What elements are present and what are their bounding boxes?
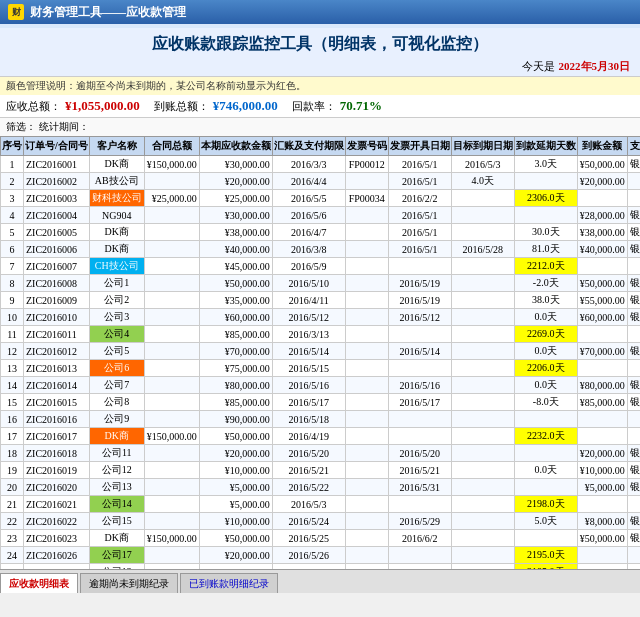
- cell-duedate: [451, 377, 514, 394]
- cell-collected: ¥50,000.00: [577, 275, 627, 292]
- cell-overdue: 2269.0天: [514, 326, 577, 343]
- table-container[interactable]: 序号 订单号/合同号 客户名称 合同总额 本期应收款金额 汇账及支付期限 发票号…: [0, 136, 640, 569]
- cell-invoice: [345, 224, 388, 241]
- table-row[interactable]: 18ZIC2016018公司11¥20,000.002016/5/202016/…: [1, 445, 641, 462]
- cell-invoice: [345, 326, 388, 343]
- table-row[interactable]: 20ZIC2016020公司13¥5,000.002016/5/222016/5…: [1, 479, 641, 496]
- cell-seq: 3: [1, 190, 24, 207]
- tab-0[interactable]: 应收款明细表: [0, 573, 78, 593]
- cell-period: 2016/4/19: [272, 428, 345, 445]
- tab-2[interactable]: 已到账款明细纪录: [180, 573, 278, 593]
- table-row[interactable]: 9ZIC2016009公司2¥35,000.002016/4/112016/5/…: [1, 292, 641, 309]
- table-row[interactable]: 10ZIC2016010公司3¥60,000.002016/5/122016/5…: [1, 309, 641, 326]
- rate-label: 回款率：: [292, 99, 336, 114]
- cell-seq: 19: [1, 462, 24, 479]
- cell-seq: 7: [1, 258, 24, 275]
- cell-collected: [577, 360, 627, 377]
- cell-overdue: 38.0天: [514, 292, 577, 309]
- cell-period: 2016/5/25: [272, 530, 345, 547]
- cell-collected: ¥70,000.00: [577, 343, 627, 360]
- table-row[interactable]: 23ZIC2016023DK商¥150,000.00¥50,000.002016…: [1, 530, 641, 547]
- cell-duedate: [451, 462, 514, 479]
- cell-invoice: [345, 360, 388, 377]
- table-row[interactable]: 21ZIC2016021公司14¥5,000.002016/5/32198.0天…: [1, 496, 641, 513]
- cell-total: ¥150,000.00: [144, 156, 199, 173]
- data-table: 序号 订单号/合同号 客户名称 合同总额 本期应收款金额 汇账及支付期限 发票号…: [0, 136, 640, 569]
- cell-paymethod: 银行汇款: [627, 292, 640, 309]
- cell-seq: 5: [1, 224, 24, 241]
- cell-order: ZIC2016006: [24, 241, 90, 258]
- cell-current: ¥50,000.00: [199, 275, 272, 292]
- table-row[interactable]: 2ZIC2016002AB技公司¥20,000.002016/4/42016/5…: [1, 173, 641, 190]
- cell-seq: 16: [1, 411, 24, 428]
- cell-total: [144, 309, 199, 326]
- cell-order: ZIC2016005: [24, 224, 90, 241]
- table-row[interactable]: 15ZIC2016015公司8¥85,000.002016/5/172016/5…: [1, 394, 641, 411]
- cell-overdue: [514, 207, 577, 224]
- table-row[interactable]: 19ZIC2016019公司12¥10,000.002016/5/212016/…: [1, 462, 641, 479]
- cell-overdue: 2198.0天: [514, 496, 577, 513]
- date-row: 今天是 2022年5月30日: [0, 57, 640, 76]
- table-row[interactable]: 3ZIC2016003财科技公司¥25,000.00¥25,000.002016…: [1, 190, 641, 207]
- table-row[interactable]: 14ZIC2016014公司7¥80,000.002016/5/162016/5…: [1, 377, 641, 394]
- cell-seq: 24: [1, 547, 24, 564]
- collected-value: ¥746,000.00: [213, 98, 278, 114]
- table-row[interactable]: 8ZIC2016008公司1¥50,000.002016/5/102016/5/…: [1, 275, 641, 292]
- cell-seq: 6: [1, 241, 24, 258]
- cell-duedate: [451, 411, 514, 428]
- cell-current: ¥70,000.00: [199, 343, 272, 360]
- table-row[interactable]: 7ZIC2016007CH技公司¥45,000.002016/5/92212.0…: [1, 258, 641, 275]
- cell-customer: DK商: [89, 241, 144, 258]
- cell-duedate: 2016/5/28: [451, 241, 514, 258]
- table-row[interactable]: 24ZIC2016026公司17¥20,000.002016/5/262195.…: [1, 547, 641, 564]
- cell-invoicedate: 2016/5/1: [388, 173, 451, 190]
- cell-collected: ¥20,000.00: [577, 445, 627, 462]
- cell-overdue: 2206.0天: [514, 360, 577, 377]
- cell-customer: DK商: [89, 428, 144, 445]
- table-row[interactable]: 4ZIC2016004NG904¥30,000.002016/5/62016/5…: [1, 207, 641, 224]
- cell-invoicedate: 2016/5/1: [388, 241, 451, 258]
- cell-collected: ¥20,000.00: [577, 173, 627, 190]
- cell-invoicedate: 2016/2/2: [388, 190, 451, 207]
- col-invoice: 发票号码: [345, 137, 388, 156]
- cell-current: ¥10,000.00: [199, 462, 272, 479]
- cell-invoice: [345, 241, 388, 258]
- cell-overdue: 3.0天: [514, 156, 577, 173]
- cell-current: ¥90,000.00: [199, 411, 272, 428]
- cell-invoicedate: 2016/5/20: [388, 445, 451, 462]
- table-row[interactable]: 17ZIC2016017DK商¥150,000.00¥50,000.002016…: [1, 428, 641, 445]
- cell-overdue: 0.0天: [514, 462, 577, 479]
- cell-invoice: [345, 445, 388, 462]
- table-row[interactable]: 5ZIC2016005DK商¥38,000.002016/4/72016/5/1…: [1, 224, 641, 241]
- cell-duedate: [451, 547, 514, 564]
- rate-value: 70.71%: [340, 98, 382, 114]
- cell-seq: 12: [1, 343, 24, 360]
- table-row[interactable]: 1ZIC2016001DK商¥150,000.00¥30,000.002016/…: [1, 156, 641, 173]
- cell-current: ¥45,000.00: [199, 258, 272, 275]
- cell-paymethod: [627, 326, 640, 343]
- table-row[interactable]: 11ZIC2016011公司4¥85,000.002016/3/132269.0…: [1, 326, 641, 343]
- table-row[interactable]: 16ZIC2016016公司9¥90,000.002016/5/1888.89%: [1, 411, 641, 428]
- cell-order: ZIC2016009: [24, 292, 90, 309]
- cell-collected: ¥80,000.00: [577, 377, 627, 394]
- cell-collected: ¥5,000.00: [577, 479, 627, 496]
- table-row[interactable]: 13ZIC2016013公司6¥75,000.002016/5/152206.0…: [1, 360, 641, 377]
- cell-invoice: [345, 275, 388, 292]
- cell-seq: 4: [1, 207, 24, 224]
- cell-duedate: [451, 190, 514, 207]
- cell-total: [144, 377, 199, 394]
- cell-customer: 公司7: [89, 377, 144, 394]
- table-row[interactable]: 22ZIC2016022公司15¥10,000.002016/5/242016/…: [1, 513, 641, 530]
- cell-overdue: 0.0天: [514, 377, 577, 394]
- tab-1[interactable]: 逾期尚未到期纪录: [80, 573, 178, 593]
- table-row[interactable]: 12ZIC2016012公司5¥70,000.002016/5/142016/5…: [1, 343, 641, 360]
- cell-order: ZIC2016026: [24, 547, 90, 564]
- table-row[interactable]: 6ZIC2016006DK商¥40,000.002016/3/82016/5/1…: [1, 241, 641, 258]
- cell-period: 2016/3/13: [272, 326, 345, 343]
- cell-order: ZIC2016011: [24, 326, 90, 343]
- cell-customer: 公司9: [89, 411, 144, 428]
- cell-collected: ¥38,000.00: [577, 224, 627, 241]
- cell-total: [144, 445, 199, 462]
- cell-customer: DK商: [89, 224, 144, 241]
- cell-order: ZIC2016007: [24, 258, 90, 275]
